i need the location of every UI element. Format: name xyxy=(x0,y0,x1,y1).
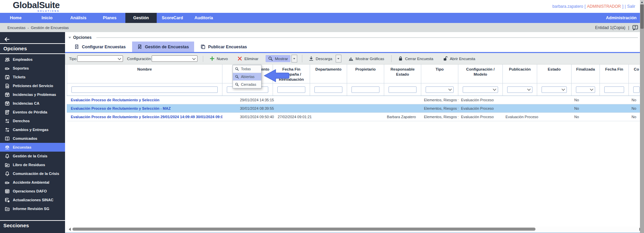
sidebar-item-label: Soportes xyxy=(13,66,29,70)
nav-tab[interactable]: Planes xyxy=(94,13,125,23)
sidebar-item[interactable]: Gestión de la Crisis xyxy=(0,152,65,160)
tab[interactable]: Gestión de Encuestas xyxy=(132,42,194,52)
toolbar-button[interactable]: Descarga xyxy=(306,55,335,62)
toolbar-button[interactable]: Nuevo xyxy=(207,55,230,62)
sidebar-collapse-button[interactable] xyxy=(0,32,65,43)
scrollbar-thumb[interactable] xyxy=(72,228,535,231)
filter-input-5[interactable] xyxy=(389,86,417,93)
sidebar-item[interactable]: Accidente Ambiental xyxy=(0,178,65,187)
menu-item[interactable]: Todas xyxy=(233,65,261,73)
column-header-7[interactable]: Configuración / Modelo xyxy=(458,64,503,83)
filter-select-8[interactable] xyxy=(507,86,532,93)
toolbar-button[interactable]: Mostrar Gráficas xyxy=(346,55,387,62)
filter-select-6[interactable] xyxy=(426,86,454,93)
nav-tab[interactable]: Home xyxy=(0,13,31,23)
sidebar-item[interactable]: Operaciones DAFO xyxy=(0,187,65,196)
logout-link[interactable]: Salir xyxy=(627,4,635,9)
column-header-9[interactable]: Estado xyxy=(537,64,572,83)
toolbar-button-group: Abrir Encuesta xyxy=(440,55,478,62)
caret-dropdown-button[interactable] xyxy=(336,55,341,62)
column-header-8[interactable]: Publicación xyxy=(503,64,537,83)
document-icon xyxy=(5,83,10,88)
toolbar-button[interactable]: Cerrar Encuesta xyxy=(396,55,436,62)
sidebar-item[interactable]: Comunicados xyxy=(0,134,65,143)
sidebar-item[interactable]: Derechos xyxy=(0,116,65,125)
table-cell: No xyxy=(572,115,600,119)
scroll-left-icon[interactable] xyxy=(69,228,71,231)
filter-input-12[interactable] xyxy=(633,86,640,93)
column-header-6[interactable]: Tipo xyxy=(421,64,458,83)
toolbar-button[interactable]: Mostrar xyxy=(266,55,290,62)
nav-tab[interactable]: Auditoría xyxy=(188,13,219,23)
table-cell: Evaluación Proceso xyxy=(503,115,537,119)
column-header-2[interactable]: Fecha Fin Campaña / Reevaluación xyxy=(273,64,310,83)
filter-input-0[interactable] xyxy=(71,86,218,93)
sidebar-item[interactable]: Incidencias y Problemas xyxy=(0,90,65,99)
survey-link[interactable]: Evaluación Proceso de Reclutamiento y Se… xyxy=(71,106,171,110)
sidebar-item[interactable]: Incidencias CA xyxy=(0,99,65,108)
column-header-0[interactable]: Nombre xyxy=(67,64,222,83)
sidebar-item[interactable]: Tickets xyxy=(0,73,65,81)
sidebar-item[interactable]: Encuestas xyxy=(0,143,65,152)
column-header-3[interactable]: Departamento xyxy=(310,64,347,83)
logo-subtitle: SOLUTIONS xyxy=(13,10,60,12)
filter-input-3[interactable] xyxy=(314,86,342,93)
filter-select-10[interactable] xyxy=(576,86,595,93)
username-link[interactable]: barbara.zapatero xyxy=(552,4,583,9)
tipo-select[interactable] xyxy=(77,55,123,62)
globalsuite-logo[interactable]: GlobalSuite SOLUTIONS xyxy=(13,1,60,12)
menu-item[interactable]: Cerradas xyxy=(233,81,261,88)
sidebar-item[interactable]: Soportes xyxy=(0,64,65,73)
table-cell: Barbara Zapatero xyxy=(384,115,421,119)
survey-link[interactable]: Evaluación Proceso de Reclutamiento y Se… xyxy=(71,98,159,102)
plus-icon xyxy=(210,56,215,61)
survey-link[interactable]: Evaluación Proceso de Reclutamiento y Se… xyxy=(71,115,222,119)
horizontal-scrollbar[interactable] xyxy=(67,227,643,232)
copy-icon xyxy=(201,44,206,49)
filter-input-2[interactable] xyxy=(277,86,305,93)
filter-cell-4 xyxy=(347,83,384,96)
nav-tab[interactable]: ScoreCard xyxy=(157,13,188,23)
menu-item[interactable]: Abiertas xyxy=(233,73,261,81)
collapse-triangle-icon[interactable] xyxy=(68,37,71,38)
entity-area: Entidad 1(Copia) | xyxy=(595,25,639,31)
sidebar-item[interactable]: Libro de Residuos xyxy=(0,160,65,169)
vertical-scrollbar[interactable] xyxy=(640,0,644,233)
sidebar-item[interactable]: Comunicación de la Crisis xyxy=(0,169,65,178)
sidebar-item-label: Incidencias y Problemas xyxy=(13,93,56,97)
column-header-11[interactable]: Fecha Fin xyxy=(600,64,629,83)
column-header-4[interactable]: Propietario xyxy=(347,64,384,83)
caret-dropdown-button[interactable] xyxy=(292,55,297,62)
table-row-0[interactable]: Evaluación Proceso de Reclutamiento y Se… xyxy=(67,96,644,104)
nav-tab[interactable]: Análisis xyxy=(63,13,94,23)
filter-input-11[interactable] xyxy=(604,86,624,93)
toolbar-button[interactable]: Abrir Encuesta xyxy=(440,55,478,62)
sidebar-item[interactable]: Actualizaciones SINAC xyxy=(0,196,65,204)
nav-tab[interactable]: Inicio xyxy=(31,13,63,23)
column-header-5[interactable]: Responsable Estado xyxy=(384,64,421,83)
options-collapse-row: Opciones xyxy=(65,32,644,42)
sidebar-item[interactable]: Cambios y Entregas xyxy=(0,125,65,134)
table-cell: Evaluación Proceso de Reclutamiento y Se… xyxy=(67,106,222,110)
tab[interactable]: Configurar Encuestas xyxy=(69,42,131,52)
table-row-2[interactable]: Evaluación Proceso de Reclutamiento y Se… xyxy=(67,113,644,121)
toolbar-button[interactable]: Eliminar xyxy=(235,55,261,62)
sidebar-item-label: Empleados xyxy=(13,57,33,61)
help-question-icon[interactable] xyxy=(632,25,639,31)
sidebar-item[interactable]: Empleados xyxy=(0,55,65,64)
scroll-up-button[interactable] xyxy=(640,0,644,4)
table-row-1[interactable]: Evaluación Proceso de Reclutamiento y Se… xyxy=(67,104,644,113)
sidebar-item[interactable]: Eventos de Pérdida xyxy=(0,108,65,116)
scrollbar-thumb[interactable] xyxy=(640,4,644,29)
column-header-10[interactable]: Finalizada xyxy=(572,64,600,83)
configuracion-select[interactable] xyxy=(152,55,197,62)
top-header: GlobalSuite SOLUTIONS barbara.zapatero [… xyxy=(0,0,644,13)
filter-input-4[interactable] xyxy=(351,86,379,93)
sidebar-item[interactable]: Peticiones del Servicio xyxy=(0,81,65,90)
filter-select-7[interactable] xyxy=(463,86,498,93)
nav-tab-administracion[interactable]: Administración xyxy=(599,13,644,23)
sidebar-item[interactable]: Informe Revisión SG xyxy=(0,204,65,213)
tab[interactable]: Publicar Encuestas xyxy=(195,42,252,52)
nav-tab[interactable]: Gestión xyxy=(125,13,157,23)
filter-select-9[interactable] xyxy=(542,86,567,93)
